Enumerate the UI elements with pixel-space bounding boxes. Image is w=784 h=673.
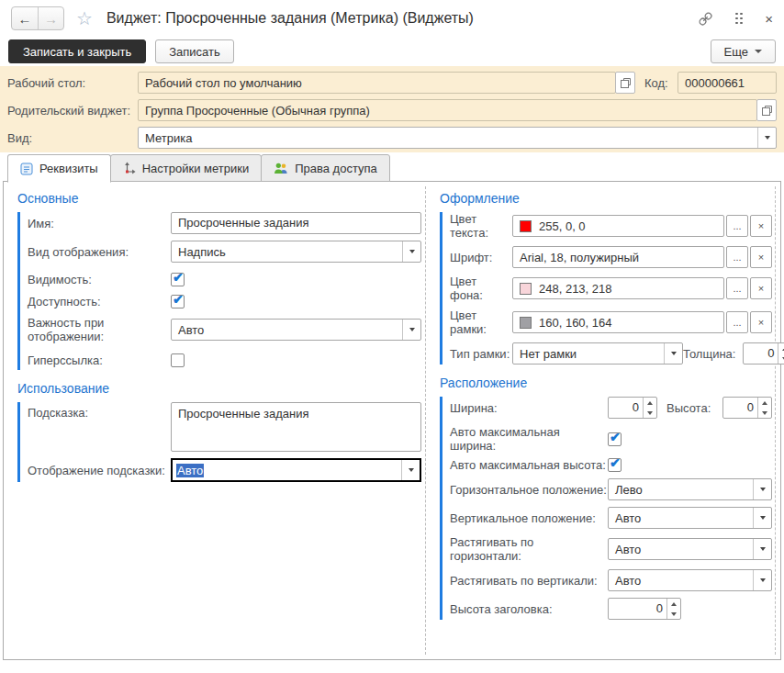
spin-down-button[interactable]	[667, 609, 680, 619]
width-spin-buttons	[643, 398, 656, 418]
tab-access-rights[interactable]: Права доступа	[261, 154, 390, 182]
thickness-label: Толщина:	[683, 347, 743, 361]
close-icon[interactable]: ×	[765, 12, 773, 26]
favorite-star-icon[interactable]: ☆	[76, 9, 93, 28]
right-column: Оформление Цвет текста: 255, 0, 0 ... × …	[431, 184, 772, 626]
auto-max-width-checkbox[interactable]	[608, 432, 622, 446]
border-color-field[interactable]: 160, 160, 164	[512, 311, 724, 333]
v-pos-combobox[interactable]: Авто	[608, 507, 772, 529]
form-icon	[20, 163, 33, 175]
border-type-dropdown-button[interactable]	[664, 343, 682, 364]
text-color-field[interactable]: 255, 0, 0	[512, 215, 724, 237]
bg-color-clear-button[interactable]: ×	[750, 277, 772, 299]
header-height-spinner[interactable]: 0	[608, 598, 681, 620]
link-icon[interactable]	[698, 11, 713, 27]
height-spin-buttons	[757, 398, 771, 418]
display-kind-combobox[interactable]: Надпись	[171, 241, 421, 263]
open-icon	[761, 105, 773, 117]
code-field[interactable]: 000000661	[678, 72, 777, 94]
spin-up-button[interactable]	[644, 398, 656, 408]
v-stretch-label: Растягивать по вертикали:	[450, 574, 608, 588]
desktop-field[interactable]: Рабочий стол по умолчанию	[138, 72, 616, 94]
parent-widget-open-button[interactable]	[756, 99, 777, 121]
border-type-combobox[interactable]: Нет рамки	[512, 342, 683, 365]
tooltip-label: Подсказка:	[28, 402, 171, 420]
more-button-label: Еще	[724, 45, 748, 59]
v-stretch-dropdown-button[interactable]	[753, 570, 771, 590]
v-stretch-combobox[interactable]: Авто	[608, 569, 772, 591]
header-height-row: Высота заголовка: 0	[450, 598, 772, 620]
spin-up-button[interactable]	[778, 343, 784, 353]
hyperlink-row: Гиперссылка:	[28, 350, 421, 370]
height-spinner[interactable]: 0	[722, 397, 772, 419]
border-color-label: Цвет рамки:	[450, 308, 512, 336]
spin-up-button[interactable]	[667, 599, 680, 609]
more-menu-icon[interactable]	[735, 13, 743, 25]
forward-button[interactable]: →	[38, 7, 63, 29]
tooltip-display-dropdown-button[interactable]	[401, 460, 420, 480]
triangle-down-icon	[762, 411, 767, 415]
chevron-down-icon	[760, 516, 766, 520]
hyperlink-checkbox[interactable]	[171, 353, 185, 367]
chevron-down-icon	[765, 136, 770, 140]
height-label: Высота:	[666, 401, 718, 415]
font-field[interactable]: Arial, 18, полужирный	[512, 246, 724, 268]
tab-rekvizity[interactable]: Реквизиты	[7, 154, 111, 183]
kind-combobox[interactable]: Метрика	[138, 127, 777, 149]
v-pos-dropdown-button[interactable]	[753, 508, 771, 528]
desktop-open-button[interactable]	[615, 72, 635, 94]
spin-down-button[interactable]	[778, 353, 784, 364]
save-and-close-button[interactable]: Записать и закрыть	[8, 39, 146, 63]
thickness-spinner[interactable]: 0	[743, 342, 784, 365]
text-color-pick-button[interactable]: ...	[726, 215, 748, 237]
h-pos-combobox[interactable]: Лево	[608, 478, 772, 500]
kind-dropdown-button[interactable]	[757, 128, 776, 148]
tooltip-textarea[interactable]: Просроченные задания	[171, 402, 421, 452]
accessibility-checkbox[interactable]	[171, 295, 185, 308]
selected-text: Авто	[176, 464, 204, 477]
kind-row: Вид: Метрика	[7, 127, 777, 149]
width-spinner[interactable]: 0	[608, 397, 657, 419]
more-button[interactable]: Еще	[711, 39, 776, 63]
importance-combobox[interactable]: Авто	[171, 319, 421, 341]
tab-metric-settings[interactable]: Настройки метрики	[110, 154, 263, 182]
border-color-value: 160, 160, 164	[539, 316, 612, 330]
name-input[interactable]: Просроченные задания	[171, 212, 421, 234]
border-color-clear-button[interactable]: ×	[750, 311, 772, 333]
font-pick-button[interactable]: ...	[726, 246, 748, 268]
spin-down-button[interactable]	[758, 408, 771, 418]
parent-widget-label: Родительский виджет:	[7, 104, 138, 118]
bg-color-field[interactable]: 248, 213, 218	[512, 277, 724, 299]
bg-color-swatch	[520, 283, 532, 295]
tooltip-display-combobox[interactable]: Авто	[171, 458, 421, 482]
display-kind-dropdown-button[interactable]	[402, 241, 420, 262]
visibility-checkbox[interactable]	[171, 273, 185, 286]
border-color-swatch	[520, 317, 532, 329]
visibility-label: Видимость:	[28, 273, 171, 286]
spin-up-button[interactable]	[758, 398, 771, 408]
back-button[interactable]: ←	[12, 7, 38, 29]
triangle-down-icon	[671, 612, 677, 616]
font-clear-button[interactable]: ×	[750, 246, 772, 268]
section-title-osnovnye: Основные	[17, 191, 421, 206]
save-button[interactable]: Записать	[155, 39, 234, 63]
kind-value: Метрика	[139, 131, 757, 145]
header-panel: Рабочий стол: Рабочий стол по умолчанию …	[0, 66, 784, 152]
parent-widget-field[interactable]: Группа Просроченные (Обычная группа)	[138, 99, 757, 121]
h-stretch-dropdown-button[interactable]	[753, 539, 771, 559]
bg-color-pick-button[interactable]: ...	[726, 277, 748, 299]
spin-down-button[interactable]	[644, 408, 656, 418]
column-divider	[425, 186, 426, 655]
font-row: Шрифт: Arial, 18, полужирный ... ×	[450, 246, 772, 268]
h-stretch-combobox[interactable]: Авто	[608, 538, 772, 560]
width-label: Ширина:	[450, 401, 608, 415]
chevron-down-icon	[409, 328, 415, 331]
importance-row: Важность при отображении: Авто	[28, 316, 421, 343]
text-color-clear-button[interactable]: ×	[750, 215, 772, 237]
auto-max-height-checkbox[interactable]	[608, 458, 622, 472]
importance-dropdown-button[interactable]	[402, 320, 420, 340]
border-color-pick-button[interactable]: ...	[726, 311, 748, 333]
v-pos-row: Вертикальное положение: Авто	[450, 507, 772, 529]
h-pos-dropdown-button[interactable]	[753, 479, 771, 499]
bg-color-value: 248, 213, 218	[539, 282, 612, 296]
